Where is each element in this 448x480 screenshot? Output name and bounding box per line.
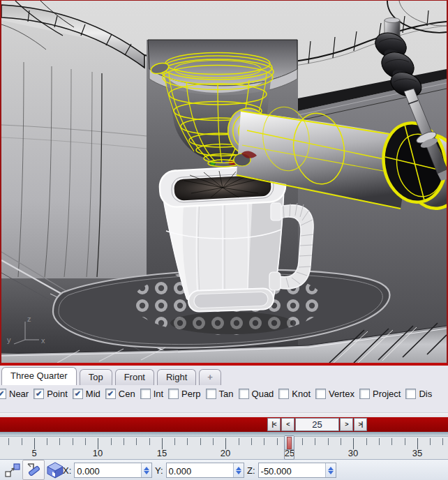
ruler-label-35: 35	[412, 448, 422, 458]
ruler-label-10: 10	[93, 448, 103, 458]
spin-down-icon[interactable]	[144, 471, 149, 474]
3d-scene[interactable]: z x y	[1, 1, 447, 363]
z-coordinate-input[interactable]	[259, 463, 329, 479]
osnap-checkbox-mid[interactable]: ✔	[73, 389, 83, 399]
osnap-checkbox-disable[interactable]	[405, 389, 416, 399]
current-frame-input[interactable]	[295, 418, 339, 431]
edit-plane-button[interactable]	[22, 460, 45, 480]
osnap-item-near[interactable]: ✔Near	[0, 389, 29, 399]
status-bar: X: Y: Z:	[0, 459, 448, 480]
previous-frame-button[interactable]: <	[281, 418, 294, 431]
ruler-minor-ticks	[0, 438, 448, 445]
edit-plane-icon	[24, 461, 43, 479]
cube-button[interactable]	[45, 460, 64, 479]
y-coordinate-label: Y:	[155, 465, 163, 476]
x-spinner[interactable]	[141, 463, 151, 477]
osnap-checkbox-quad[interactable]	[239, 389, 249, 399]
osnap-item-quad[interactable]: Quad	[239, 389, 274, 399]
ruler-top-strip	[0, 432, 448, 437]
cup-shadow	[170, 312, 293, 334]
osnap-item-cen[interactable]: ✔Cen	[105, 389, 135, 399]
timeline-scrollbar[interactable]: |< < > >|	[0, 417, 448, 432]
tab-right[interactable]: Right	[157, 369, 196, 385]
osnap-item-knot[interactable]: Knot	[278, 389, 311, 399]
frame-navigation: |< < > >|	[267, 418, 368, 431]
x-coordinate-input[interactable]	[75, 463, 144, 479]
tab-front[interactable]: Front	[115, 369, 154, 385]
timeline-ruler[interactable]: 5 10 15 20 25 30 35	[0, 432, 448, 459]
viewport-three-quarter[interactable]: z x y	[0, 0, 448, 366]
spin-down-icon[interactable]	[236, 471, 241, 474]
last-frame-button[interactable]: >|	[354, 418, 367, 431]
osnap-checkbox-int[interactable]	[140, 389, 151, 399]
machine-left-wall	[1, 20, 147, 278]
osnap-item-point[interactable]: ✔Point	[33, 389, 68, 399]
axis-y-label: y	[7, 336, 11, 344]
osnap-label: Near	[9, 389, 29, 399]
osnap-toolbar: ✔Near ✔Point ✔Mid ✔Cen Int Perp Tan Quad…	[0, 385, 448, 416]
playhead-handle	[285, 436, 294, 450]
osnap-label: Point	[47, 389, 68, 399]
osnap-checkbox-near[interactable]: ✔	[0, 389, 6, 399]
osnap-checkbox-knot[interactable]	[278, 389, 289, 399]
osnap-checkbox-vertex[interactable]	[315, 389, 326, 399]
rhino-application-window: z x y Three Quarter Top Front Right + ✔N…	[0, 0, 448, 480]
spin-down-icon[interactable]	[328, 471, 334, 474]
x-coordinate-field	[74, 463, 152, 478]
osnap-item-int[interactable]: Int	[140, 389, 163, 399]
keyframe-animate-icon	[3, 461, 22, 479]
axis-z-label: z	[27, 315, 31, 323]
tab-three-quarter[interactable]: Three Quarter	[1, 367, 77, 385]
spin-up-icon[interactable]	[236, 467, 241, 470]
status-bar-icons	[3, 460, 64, 479]
z-coordinate-label: Z:	[247, 465, 255, 476]
timeline-playhead[interactable]	[284, 435, 294, 460]
playhead-marker	[287, 437, 292, 449]
viewport-tab-bar: Three Quarter Top Front Right +	[0, 366, 448, 385]
add-viewport-tab-button[interactable]: +	[199, 369, 221, 385]
z-coordinate-field	[258, 463, 336, 478]
osnap-label: Perp	[181, 389, 200, 399]
z-coordinate-group: Z:	[247, 463, 336, 478]
ruler-label-30: 30	[348, 448, 358, 458]
y-spinner[interactable]	[233, 463, 244, 477]
axis-x-label: x	[41, 336, 45, 345]
osnap-item-disable[interactable]: Dis	[405, 389, 432, 399]
osnap-label: Project	[373, 389, 401, 399]
osnap-label: Vertex	[329, 389, 354, 399]
y-coordinate-field	[166, 463, 244, 478]
osnap-label: Quad	[252, 389, 274, 399]
keyframe-animate-button[interactable]	[3, 460, 22, 479]
x-coordinate-label: X:	[63, 465, 71, 476]
cube-icon	[46, 461, 64, 479]
osnap-checkbox-project[interactable]	[359, 389, 370, 399]
ruler-label-5: 5	[31, 448, 36, 458]
osnap-label: Knot	[292, 389, 311, 399]
osnap-label: Tan	[219, 389, 234, 399]
osnap-checkbox-cen[interactable]: ✔	[105, 389, 116, 399]
osnap-item-tan[interactable]: Tan	[206, 389, 234, 399]
osnap-item-project[interactable]: Project	[359, 389, 401, 399]
osnap-checkbox-point[interactable]: ✔	[33, 389, 44, 399]
osnap-checkbox-perp[interactable]	[168, 389, 179, 399]
osnap-label: Int	[154, 389, 163, 399]
osnap-item-vertex[interactable]: Vertex	[315, 389, 354, 399]
first-frame-button[interactable]: |<	[267, 418, 281, 431]
spin-up-icon[interactable]	[328, 467, 334, 470]
next-frame-button[interactable]: >	[340, 418, 353, 431]
spin-up-icon[interactable]	[144, 467, 149, 470]
osnap-item-mid[interactable]: ✔Mid	[73, 389, 100, 399]
osnap-label: Dis	[419, 389, 432, 399]
y-coordinate-input[interactable]	[167, 463, 237, 479]
osnap-label: Cen	[119, 389, 135, 399]
ruler-label-15: 15	[157, 448, 167, 458]
tab-top[interactable]: Top	[80, 369, 112, 385]
osnap-checkbox-tan[interactable]	[206, 389, 216, 399]
osnap-item-perp[interactable]: Perp	[168, 389, 200, 399]
z-spinner[interactable]	[325, 463, 336, 477]
x-coordinate-group: X:	[63, 463, 152, 478]
ruler-label-20: 20	[221, 448, 230, 458]
osnap-label: Mid	[86, 389, 100, 399]
panel-divider	[0, 412, 448, 417]
y-coordinate-group: Y:	[155, 463, 244, 478]
